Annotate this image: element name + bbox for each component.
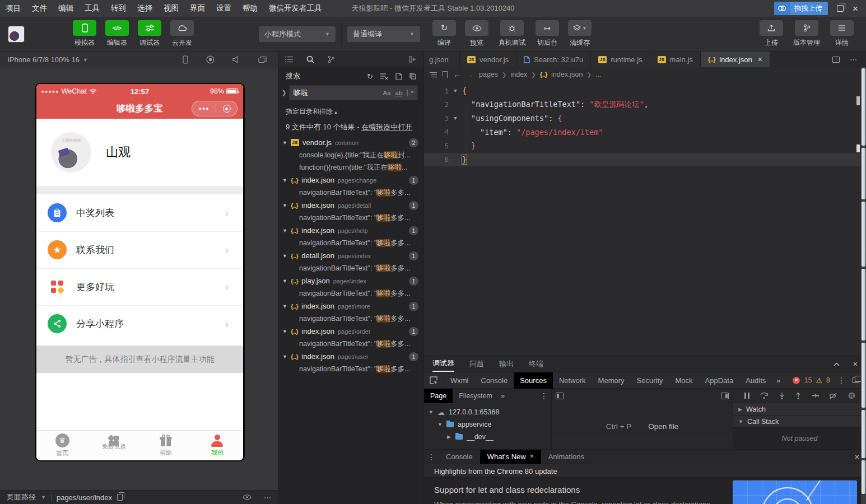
project-avatar[interactable] bbox=[8, 26, 25, 43]
code-editor[interactable]: 1 ▼ { 2 "navigationBarTitleText": "欧皇源码论… bbox=[424, 82, 866, 356]
result-file-row[interactable]: ▼ {..} play.json pages\index 1 bbox=[278, 274, 423, 287]
bookmark-icon[interactable] bbox=[443, 71, 448, 78]
devtools-tab-memory[interactable]: Memory bbox=[592, 372, 631, 389]
warning-icon[interactable]: ⚠ bbox=[816, 376, 822, 385]
debugger-toggle[interactable]: 调试器 bbox=[135, 20, 164, 48]
chevron-down-icon[interactable]: ▼ bbox=[282, 228, 287, 234]
record-icon[interactable] bbox=[206, 55, 215, 64]
expand-replace-icon[interactable]: ❯ bbox=[281, 89, 287, 96]
result-file-row[interactable]: ▼ {..} detail.json pages\index 1 bbox=[278, 249, 423, 262]
result-match-row[interactable]: navigationBarTitleText": "哆啦多多... bbox=[278, 186, 423, 199]
menu-item-contact-us[interactable]: ★ 联系我们 › bbox=[36, 231, 243, 268]
tab-main-js[interactable]: JS main.js bbox=[650, 52, 701, 67]
devtools-tab-audits[interactable]: Audits bbox=[739, 372, 772, 389]
collapse-all-icon[interactable] bbox=[409, 73, 416, 80]
more-dots-icon[interactable]: ●●● bbox=[198, 106, 209, 111]
warning-count[interactable]: 8 bbox=[826, 376, 830, 384]
regex-icon[interactable]: .* bbox=[407, 90, 413, 96]
result-match-row[interactable]: console.log(e),{title:"我正在哆啦封... bbox=[278, 149, 423, 161]
exit-circle-icon[interactable] bbox=[223, 105, 231, 113]
compile-button[interactable]: ↻ 编译 bbox=[430, 20, 459, 48]
result-match-row[interactable]: navigationBarTitleText": "哆啦多多... bbox=[278, 237, 423, 249]
chevron-down-icon[interactable]: ▼ bbox=[282, 354, 287, 360]
breadcrumb-file[interactable]: index.json bbox=[551, 71, 583, 78]
window-close-button[interactable]: × bbox=[853, 4, 858, 13]
chrome-update-image[interactable] bbox=[733, 480, 857, 504]
detail-button[interactable]: 详情 bbox=[827, 20, 856, 48]
collapse-icon[interactable] bbox=[834, 362, 840, 366]
copy-icon[interactable] bbox=[117, 494, 123, 501]
sources-tab-filesystem[interactable]: Filesystem bbox=[453, 389, 499, 403]
undock-icon[interactable] bbox=[853, 377, 859, 383]
menu-help[interactable]: 帮助 bbox=[237, 0, 263, 17]
devtools-tab-wxml[interactable]: Wxml bbox=[444, 372, 475, 389]
result-file-row[interactable]: ▼ {..} index.json pages\change 1 bbox=[278, 174, 423, 186]
simulator-toggle[interactable]: 模拟器 bbox=[70, 20, 99, 48]
preview-button[interactable]: 预览 bbox=[462, 20, 491, 48]
version-manage-button[interactable]: 版本管理 bbox=[789, 20, 824, 48]
more-tabs-icon[interactable]: » bbox=[499, 391, 507, 400]
watch-section[interactable]: ▶ Watch bbox=[733, 403, 866, 416]
open-in-editor-link[interactable]: 在编辑器中打开 bbox=[361, 123, 412, 131]
chevron-down-icon[interactable]: ▼ bbox=[282, 203, 287, 208]
tab-g-json[interactable]: g.json bbox=[424, 52, 460, 67]
tab-debugger[interactable]: 调试器 bbox=[432, 356, 454, 372]
panel-menu-icon[interactable]: ⋮ bbox=[537, 391, 551, 400]
result-file-row[interactable]: ▼ {..} index.json pages\user 1 bbox=[278, 350, 423, 363]
tab-vendor-js[interactable]: JS vendor.js bbox=[460, 52, 516, 67]
tab-mine[interactable]: 我的 bbox=[192, 431, 243, 460]
inspect-element-icon[interactable] bbox=[424, 372, 444, 388]
result-match-row[interactable]: navigationBarTitleText": "哆啦多多... bbox=[278, 212, 423, 224]
remote-debug-button[interactable]: 真机调试 bbox=[495, 20, 529, 48]
breadcrumb-symbol[interactable]: ... bbox=[595, 71, 601, 78]
tab-problems[interactable]: 问题 bbox=[469, 357, 484, 371]
result-file-row[interactable]: ▼ {..} index.json pages\help 1 bbox=[278, 224, 423, 237]
device-select[interactable]: iPhone 6/7/8 100% 16 bbox=[8, 55, 80, 64]
tab-terminal[interactable]: 终端 bbox=[529, 357, 543, 371]
tab-home[interactable]: ♛ 首页 bbox=[36, 431, 88, 460]
git-branch-icon[interactable] bbox=[328, 55, 334, 63]
devtools-tab-security[interactable]: Security bbox=[631, 372, 669, 389]
drawer-menu-icon[interactable]: ⋮ bbox=[424, 452, 439, 461]
error-icon[interactable]: ✕ bbox=[793, 377, 800, 384]
result-match-row[interactable]: navigationBarTitleText": "哆啦多多... bbox=[278, 262, 423, 274]
tab-runtime-js[interactable]: JS runtime.js bbox=[591, 52, 650, 67]
devtools-tab-appdata[interactable]: AppData bbox=[699, 372, 740, 389]
menu-settings[interactable]: 设置 bbox=[211, 0, 237, 17]
menu-item-prize-list[interactable]: 中奖列表 › bbox=[36, 194, 243, 231]
open-file-link[interactable]: Open file bbox=[648, 422, 678, 431]
refresh-icon[interactable]: ↻ bbox=[367, 72, 373, 81]
chevron-down-icon[interactable]: ▼ bbox=[282, 253, 287, 259]
chevron-down-icon[interactable]: ▼ bbox=[282, 140, 287, 146]
result-match-row[interactable]: function(){return{title:"我正在哆啦... bbox=[278, 161, 423, 174]
match-case-icon[interactable]: Aa bbox=[383, 90, 390, 96]
tab-search-editor[interactable]: Search: 32.u7u bbox=[516, 52, 591, 67]
devtools-tab-console[interactable]: Console bbox=[475, 372, 514, 389]
result-file-row[interactable]: ▼ {..} index.json pages\detail 1 bbox=[278, 199, 423, 212]
nav-forward-icon[interactable]: → bbox=[466, 71, 473, 79]
pause-icon[interactable] bbox=[744, 393, 749, 399]
cloud-dev-button[interactable]: 云开发 bbox=[167, 20, 197, 48]
close-icon[interactable]: × bbox=[758, 55, 762, 64]
explorer-icon[interactable] bbox=[285, 56, 293, 63]
menu-edit[interactable]: 编辑 bbox=[53, 0, 79, 17]
result-match-row[interactable]: navigationBarTitleText": "哆啦多多... bbox=[278, 338, 423, 350]
page-path-select[interactable]: 页面路径 bbox=[7, 492, 36, 502]
step-into-icon[interactable] bbox=[779, 393, 785, 399]
chevron-down-icon[interactable]: ▼ bbox=[282, 278, 287, 284]
step-over-icon[interactable] bbox=[760, 393, 768, 399]
window-scrollbar[interactable] bbox=[861, 67, 866, 504]
call-stack-section[interactable]: ▼ Call Stack bbox=[733, 416, 866, 428]
close-icon[interactable]: × bbox=[853, 360, 858, 368]
devtools-tab-network[interactable]: Network bbox=[553, 372, 592, 389]
deactivate-breakpoints-icon[interactable] bbox=[830, 393, 837, 399]
menu-view[interactable]: 视图 bbox=[158, 0, 184, 17]
avatar[interactable]: 人间不值得 bbox=[51, 132, 91, 172]
mode-select[interactable]: 小程序模式 ▼ bbox=[259, 26, 336, 42]
multi-window-icon[interactable] bbox=[258, 56, 267, 63]
close-icon[interactable]: × bbox=[855, 452, 859, 461]
menu-project[interactable]: 项目 bbox=[0, 0, 26, 17]
step-out-icon[interactable] bbox=[795, 393, 801, 399]
result-file-row[interactable]: ▼ JS vendor.js common 2 bbox=[278, 136, 423, 149]
drawer-tab-animations[interactable]: Animations bbox=[541, 450, 592, 464]
